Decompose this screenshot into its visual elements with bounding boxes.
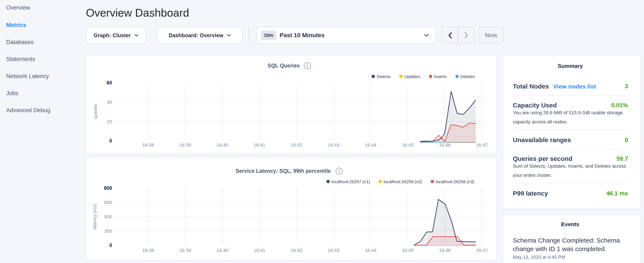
svg-text:16:39: 16:39 [180, 142, 191, 148]
svg-text:Service Latency: SQL, 99th per: Service Latency: SQL, 99th percentile [236, 168, 330, 174]
svg-text:latency (ms): latency (ms) [92, 204, 98, 229]
svg-text:16:46: 16:46 [439, 248, 451, 253]
svg-text:16:40: 16:40 [216, 248, 228, 253]
svg-text:16:40: 16:40 [216, 142, 228, 148]
svg-text:16:42: 16:42 [291, 142, 302, 148]
svg-text:16:41: 16:41 [254, 248, 265, 253]
svg-text:16:47: 16:47 [476, 142, 488, 148]
svg-text:16:45: 16:45 [402, 248, 414, 253]
svg-text:16:47: 16:47 [476, 248, 488, 253]
svg-text:800: 800 [104, 185, 112, 191]
svg-text:16:44: 16:44 [365, 142, 376, 148]
svg-text:0: 0 [109, 138, 112, 144]
svg-text:16:42: 16:42 [291, 248, 302, 253]
svg-text:600: 600 [104, 200, 112, 205]
svg-text:16:43: 16:43 [328, 142, 339, 148]
svg-text:16:46: 16:46 [439, 142, 451, 148]
svg-text:localhost:26257 (n1): localhost:26257 (n1) [332, 179, 370, 184]
svg-text:0: 0 [109, 242, 112, 248]
svg-text:Updates: Updates [404, 74, 420, 79]
svg-text:SQL Queries: SQL Queries [268, 63, 300, 69]
svg-text:200: 200 [104, 228, 112, 234]
svg-text:16:43: 16:43 [328, 248, 339, 253]
svg-text:localhost:26258 (n3): localhost:26258 (n3) [436, 179, 474, 184]
svg-text:localhost:26259 (n2): localhost:26259 (n2) [384, 179, 422, 184]
svg-text:16:45: 16:45 [402, 142, 414, 148]
svg-text:queries: queries [93, 104, 98, 119]
svg-text:Selects: Selects [376, 74, 390, 79]
svg-text:16:38: 16:38 [142, 142, 154, 148]
svg-text:16:39: 16:39 [180, 248, 191, 253]
svg-text:16:38: 16:38 [142, 248, 154, 253]
svg-text:16:41: 16:41 [254, 142, 265, 148]
svg-text:20: 20 [107, 119, 112, 124]
svg-text:Inserts: Inserts [434, 74, 447, 79]
svg-text:60: 60 [106, 80, 112, 86]
svg-text:Deletes: Deletes [460, 74, 475, 79]
svg-text:40: 40 [107, 100, 112, 105]
svg-text:400: 400 [104, 214, 112, 219]
svg-text:16:44: 16:44 [365, 248, 376, 253]
